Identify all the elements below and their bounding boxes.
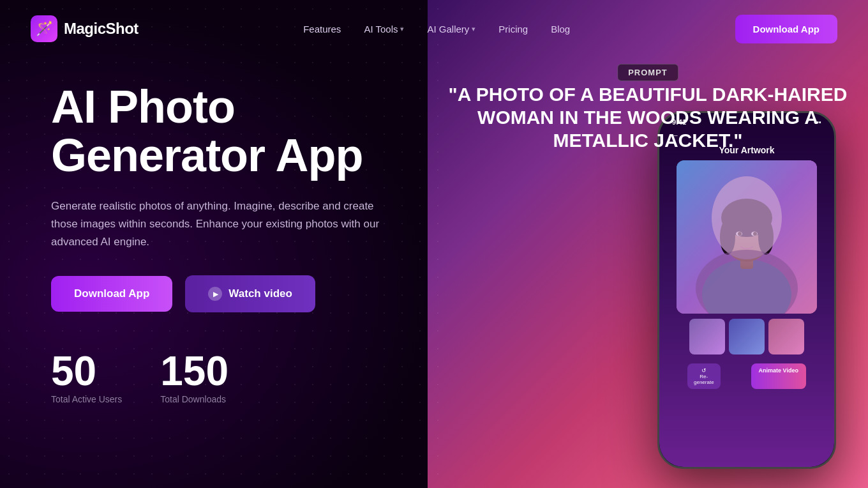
phone-mockup: 9:41 ▪▪▪ ← Your Artwork xyxy=(638,111,855,488)
svg-point-6 xyxy=(758,219,774,255)
svg-point-5 xyxy=(720,219,735,255)
logo-icon: 🪄 xyxy=(31,15,57,42)
stat-number-users: 50 xyxy=(51,351,122,392)
svg-point-3 xyxy=(722,206,771,262)
svg-point-4 xyxy=(721,199,772,237)
phone-thumbnails xyxy=(659,314,834,360)
nav-link-ai-tools[interactable]: AI Tools ▾ xyxy=(364,24,404,34)
hero-left: AI Photo Generator App Generate realisti… xyxy=(0,57,434,404)
phone-main-image xyxy=(677,160,817,314)
phone-thumb-2 xyxy=(729,319,765,355)
navbar: 🪄 MagicShot Features AI Tools ▾ AI Galle… xyxy=(0,0,868,57)
nav-link-ai-gallery[interactable]: AI Gallery ▾ xyxy=(427,24,475,34)
hero-description: Generate realistic photos of anything. I… xyxy=(51,197,396,251)
nav-item-features[interactable]: Features xyxy=(303,24,341,34)
phone-frame: 9:41 ▪▪▪ ← Your Artwork xyxy=(657,111,836,469)
nav-item-ai-gallery[interactable]: AI Gallery ▾ xyxy=(427,24,475,34)
phone-portrait-svg xyxy=(677,160,817,314)
svg-point-10 xyxy=(753,232,757,236)
nav-item-pricing[interactable]: Pricing xyxy=(498,24,528,34)
phone-thumb-3 xyxy=(768,319,804,355)
svg-point-8 xyxy=(751,232,758,236)
stat-downloads: 150 Total Downloads xyxy=(160,351,228,404)
svg-rect-0 xyxy=(677,160,817,314)
svg-point-9 xyxy=(738,232,742,236)
logo-text: MagicShot xyxy=(64,20,138,38)
stat-label-users: Total Active Users xyxy=(51,394,122,404)
prompt-badge: PROMPT xyxy=(617,64,678,81)
stat-label-downloads: Total Downloads xyxy=(160,394,228,404)
logo[interactable]: 🪄 MagicShot xyxy=(31,15,138,42)
svg-point-7 xyxy=(736,232,742,236)
phone-actions: ↺ Re- generate Animate Video xyxy=(659,360,834,393)
hero-download-button[interactable]: Download App xyxy=(51,276,172,312)
hero-stats: 50 Total Active Users 150 Total Download… xyxy=(51,351,396,404)
phone-thumb-1 xyxy=(689,319,725,355)
phone-screen: 9:41 ▪▪▪ ← Your Artwork xyxy=(659,113,834,467)
nav-download-button[interactable]: Download App xyxy=(735,15,837,43)
hero-right: PROMPT "A PHOTO OF A BEAUTIFUL DARK-HAIR… xyxy=(428,0,868,488)
stat-active-users: 50 Total Active Users xyxy=(51,351,122,404)
svg-rect-2 xyxy=(740,247,753,269)
nav-item-blog[interactable]: Blog xyxy=(551,24,570,34)
hero-buttons: Download App ▶ Watch video xyxy=(51,275,396,312)
nav-link-pricing[interactable]: Pricing xyxy=(498,24,528,34)
stat-number-downloads: 150 xyxy=(160,351,228,392)
phone-animate-button[interactable]: Animate Video xyxy=(751,363,806,389)
play-icon: ▶ xyxy=(208,287,222,301)
nav-link-blog[interactable]: Blog xyxy=(551,24,570,34)
nav-item-ai-tools[interactable]: AI Tools ▾ xyxy=(364,24,404,34)
prompt-text: "A PHOTO OF A BEAUTIFUL DARK-HAIRED WOMA… xyxy=(434,83,862,152)
hero-watch-button[interactable]: ▶ Watch video xyxy=(185,275,315,312)
chevron-down-icon: ▾ xyxy=(400,25,404,33)
nav-link-features[interactable]: Features xyxy=(303,24,341,34)
phone-regenerate-button[interactable]: ↺ Re- generate xyxy=(687,363,721,389)
svg-point-1 xyxy=(702,259,791,314)
hero-title: AI Photo Generator App xyxy=(51,83,396,179)
nav-links: Features AI Tools ▾ AI Gallery ▾ Pricing… xyxy=(303,24,570,34)
chevron-down-icon: ▾ xyxy=(472,25,475,33)
